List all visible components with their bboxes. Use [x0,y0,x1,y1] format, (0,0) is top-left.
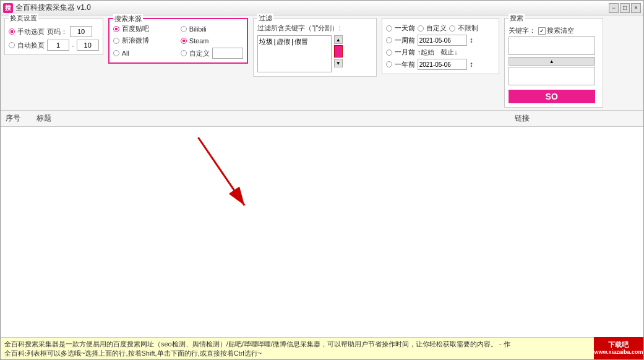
auto-from-input[interactable] [47,40,69,51]
source-custom: 自定义 [181,48,243,59]
table-area: 序号 标题 链接 [1,111,643,337]
time-rows: 一天前 自定义 不限制 一周前 ↕ 一月前 ↑起始 截止↓ [386,24,495,70]
source-all-radio[interactable] [113,50,119,56]
filter-scroll-bar [334,45,343,58]
filter-title: 过滤所含关键字（"|"分割）: [257,24,372,33]
time-nolimit-label: 不限制 [458,24,478,33]
time-row-1week: 一周前 ↕ [386,35,495,46]
col-link-header: 链接 [515,113,638,124]
time-1year-radio[interactable] [386,61,392,67]
source-bilibili: Bilibili [181,24,243,33]
time-row-1month: 一月前 ↑起始 截止↓ [386,48,495,57]
filter-label: 过滤 [257,14,273,23]
search-scroll-up[interactable]: ▲ [509,57,595,66]
source-steam-label: Steam [189,37,209,45]
time-arrow2: ↕ [470,60,473,69]
title-left: 搜 全百科搜索采集器 v1.0 [3,2,91,13]
time-custom-radio[interactable] [418,25,424,32]
search-keyword-row: 关键字： ✓ 搜索清空 [509,26,599,35]
time-1week-radio[interactable] [386,37,392,43]
time-nolimit-radio[interactable] [449,25,455,32]
page-num-label: 页码： [47,27,67,36]
time-1month-label: 一月前 [395,48,415,57]
search-clear-checkbox-box[interactable]: ✓ [538,27,546,35]
source-custom-input[interactable] [212,48,243,59]
search-section-label: 搜索 [509,14,525,23]
col-title-header: 标题 [36,113,515,124]
time-date2-input[interactable] [418,59,467,70]
page-settings-label: 换页设置 [9,14,38,23]
filter-section: 过滤 过滤所含关键字（"|"分割）: ▲ ▼ [253,18,377,77]
manual-page-radio[interactable] [9,28,15,35]
source-bilibili-label: Bilibili [189,25,207,33]
time-end-label: 截止↓ [440,48,458,57]
source-weibo: 新浪微博 [113,36,176,45]
time-1day-radio[interactable] [386,25,392,32]
source-steam: Steam [181,36,243,45]
toolbar: 换页设置 手动选页 页码： 自动换页 - 搜索来源 百度贴吧 [1,15,643,111]
time-1month-radio[interactable] [386,49,392,56]
window-title: 全百科搜索采集器 v1.0 [15,2,91,13]
source-all-label: All [122,49,129,57]
time-arrow1: ↕ [470,36,473,45]
status-line1: 全百科搜索采集器是一款方便易用的百度搜索网址（seo检测、舆情检测）/贴吧/哔哩… [4,340,640,349]
source-all: All [113,48,176,59]
time-1year-label: 一年前 [395,60,415,69]
window-controls: － □ × [609,3,641,13]
source-steam-radio[interactable] [181,38,187,44]
main-window: 搜 全百科搜索采集器 v1.0 － □ × 换页设置 手动选页 页码： 自动换页 [0,0,644,360]
manual-page-row: 手动选页 页码： [9,26,99,37]
auto-page-radio[interactable] [9,42,15,48]
time-start-label: ↑起始 [418,48,435,57]
source-baidutie-radio[interactable] [113,26,119,32]
app-icon: 搜 [3,3,13,13]
source-baidutie-label: 百度贴吧 [122,24,149,33]
time-date1-input[interactable] [418,35,467,46]
source-baidutie: 百度贴吧 [113,24,176,33]
close-button[interactable]: × [631,3,641,13]
time-1week-label: 一周前 [395,36,415,45]
search-keyword-textarea2[interactable] [509,67,595,85]
search-area-scroll: ▲ [509,57,599,66]
time-custom-label: 自定义 [426,24,447,33]
source-section: 搜索来源 百度贴吧 Bilibili 新浪微博 Steam [108,18,248,64]
status-bar: 全百科搜索采集器是一款方便易用的百度搜索网址（seo检测、舆情检测）/贴吧/哔哩… [1,337,643,359]
search-keyword-label: 关键字： [509,26,536,35]
filter-scroll-buttons: ▲ ▼ [334,35,343,72]
maximize-button[interactable]: □ [620,3,630,13]
source-grid: 百度贴吧 Bilibili 新浪微博 Steam All [113,24,243,59]
source-label: 搜索来源 [113,14,143,24]
status-line2: 全百科:列表框可以多选哦~选择上面的行,按着Shift,单击下面的行,或直接按着… [4,349,640,358]
filter-scroll-down[interactable]: ▼ [334,59,343,67]
filter-scroll-up[interactable]: ▲ [334,35,343,44]
auto-page-label: 自动换页 [17,41,45,50]
time-filter-section: 一天前 自定义 不限制 一周前 ↕ 一月前 ↑起始 截止↓ [382,18,499,74]
logo-text: 下载吧 www.xiazaiba.com [594,341,643,356]
auto-page-row: 自动换页 - [9,40,99,51]
search-clear-label: 搜索清空 [547,26,574,35]
page-settings-section: 换页设置 手动选页 页码： 自动换页 - [4,18,103,55]
source-weibo-radio[interactable] [113,38,119,44]
search-go-button[interactable]: SO [509,90,595,103]
minimize-button[interactable]: － [609,3,619,13]
page-num-input[interactable] [70,26,92,37]
source-weibo-label: 新浪微博 [122,36,149,45]
manual-page-label: 手动选页 [17,27,45,36]
search-keyword-textarea[interactable] [509,36,595,55]
source-bilibili-radio[interactable] [181,26,187,32]
filter-content: ▲ ▼ [257,35,372,72]
col-num-header: 序号 [6,113,36,124]
time-row-1day: 一天前 自定义 不限制 [386,24,495,33]
download-logo: 下载吧 www.xiazaiba.com [594,337,643,359]
search-section: 搜索 关键字： ✓ 搜索清空 ▲ SO [504,18,603,108]
time-1day-label: 一天前 [395,24,415,33]
filter-title-text: 过滤所含关键字（"|"分割）: [257,24,341,32]
source-custom-label: 自定义 [189,49,210,58]
title-bar: 搜 全百科搜索采集器 v1.0 － □ × [1,1,643,15]
auto-to-input[interactable] [77,40,99,51]
search-clear-checkbox[interactable]: ✓ 搜索清空 [538,26,574,35]
filter-textarea[interactable] [257,35,332,72]
table-body[interactable] [1,127,643,337]
source-custom-radio[interactable] [181,50,187,56]
time-row-1year: 一年前 ↕ [386,59,495,70]
